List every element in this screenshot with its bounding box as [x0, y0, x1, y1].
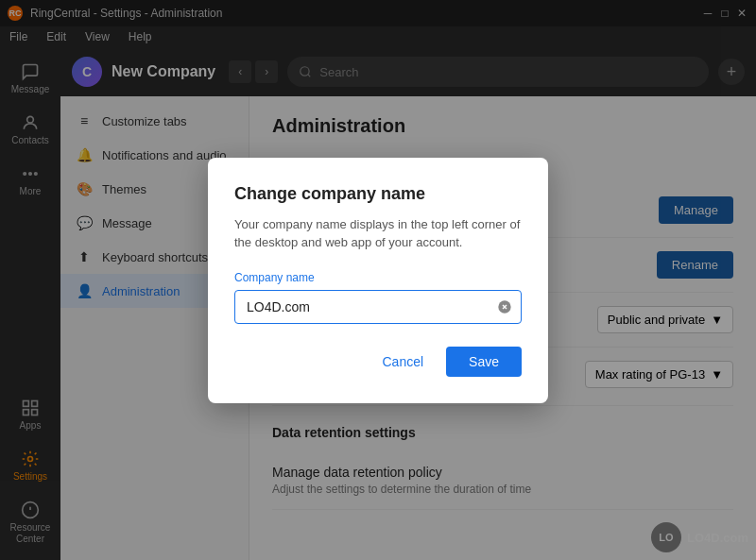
cancel-button[interactable]: Cancel — [370, 347, 435, 377]
company-name-input[interactable] — [234, 290, 522, 324]
modal-description: Your company name displays in the top le… — [234, 215, 522, 252]
modal-title: Change company name — [234, 184, 522, 204]
clear-input-button[interactable] — [497, 299, 512, 314]
clear-icon — [497, 299, 512, 314]
modal-overlay[interactable]: Change company name Your company name di… — [0, 0, 756, 560]
modal-actions: Cancel Save — [234, 347, 522, 377]
form-label: Company name — [234, 271, 522, 284]
save-button[interactable]: Save — [446, 347, 522, 377]
modal: Change company name Your company name di… — [208, 158, 548, 403]
form-input-wrap — [234, 290, 522, 324]
